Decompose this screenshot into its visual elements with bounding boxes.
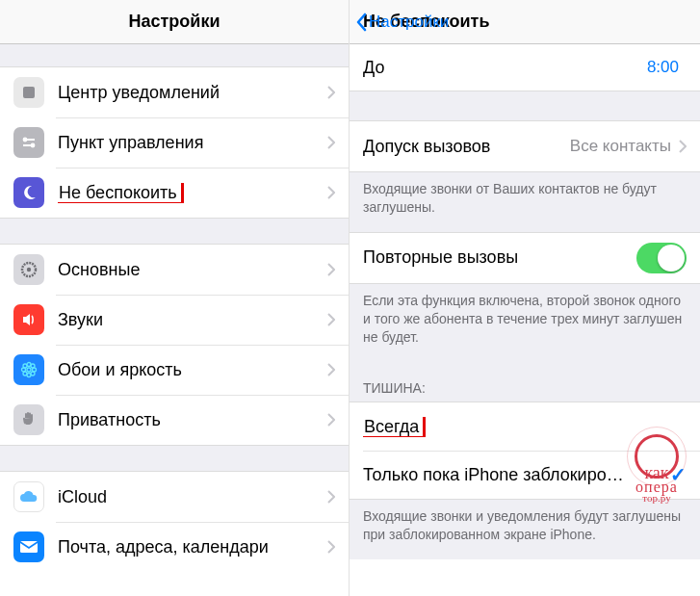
flower-icon: [13, 354, 44, 385]
svg-point-15: [31, 372, 35, 376]
svg-point-14: [23, 372, 27, 376]
control-center-icon: [13, 127, 44, 158]
silence-locked-label: Только пока iPhone заблокиро…: [363, 465, 664, 485]
chevron-right-icon: [327, 413, 335, 427]
row-privacy[interactable]: Приватность: [0, 395, 349, 445]
row-do-not-disturb[interactable]: Не беспокоить: [0, 168, 349, 218]
chevron-right-icon: [327, 540, 335, 554]
group-gap: [0, 218, 349, 245]
chevron-right-icon: [327, 263, 335, 276]
row-icloud[interactable]: iCloud: [0, 472, 349, 522]
repeat-calls-label: Повторные вызовы: [363, 247, 636, 268]
svg-point-7: [27, 368, 31, 372]
allow-calls-value: Все контакты: [570, 137, 671, 156]
silence-footer: Входящие звонки и уведомления будут загл…: [350, 499, 700, 559]
chevron-right-icon: [327, 86, 335, 99]
row-label: Приватность: [58, 410, 327, 430]
dnd-detail-panel: Настройки Не беспокоить До 8:00 Допуск в…: [350, 0, 700, 596]
row-label: iCloud: [58, 487, 327, 507]
svg-rect-0: [23, 87, 35, 98]
chevron-right-icon: [327, 490, 335, 504]
group-gap: [0, 44, 349, 67]
row-mail[interactable]: Почта, адреса, календари: [0, 522, 349, 572]
header-right: Настройки Не беспокоить: [350, 0, 700, 44]
row-label: Не беспокоить: [58, 183, 327, 203]
svg-rect-16: [20, 541, 38, 553]
chevron-right-icon: [679, 140, 687, 153]
group-gap: [350, 91, 700, 121]
svg-point-1: [23, 138, 28, 143]
row-label: Пункт управления: [58, 133, 327, 153]
row-label: Основные: [58, 260, 327, 280]
moon-icon: [13, 177, 44, 208]
row-label: Центр уведомлений: [58, 83, 327, 103]
silence-header: ТИШИНА:: [350, 361, 700, 402]
settings-main-panel: Настройки Центр уведомлений Пункт управл…: [0, 0, 350, 596]
back-label: Настройки: [369, 13, 449, 32]
speaker-icon: [13, 304, 44, 335]
row-control-center[interactable]: Пункт управления: [0, 117, 349, 168]
row-until[interactable]: До 8:00: [350, 44, 700, 91]
row-silence-locked[interactable]: Только пока iPhone заблокиро… ✓: [350, 451, 700, 499]
chevron-right-icon: [327, 363, 335, 376]
row-silence-always[interactable]: Всегда: [350, 402, 700, 451]
header-title-left: Настройки: [129, 12, 220, 32]
until-label: До: [363, 58, 647, 78]
row-sounds[interactable]: Звуки: [0, 295, 349, 345]
row-general[interactable]: Основные: [0, 245, 349, 295]
silence-always-label: Всегда: [363, 417, 687, 437]
row-repeat-calls[interactable]: Повторные вызовы: [350, 233, 700, 283]
header-left: Настройки: [0, 0, 349, 44]
allow-calls-label: Допуск вызовов: [363, 137, 570, 157]
repeat-calls-footer: Если эта функция включена, второй звонок…: [350, 283, 700, 362]
repeat-calls-toggle[interactable]: [636, 243, 687, 273]
back-button[interactable]: Настройки: [355, 13, 449, 32]
svg-point-3: [31, 143, 36, 148]
row-label: Обои и яркость: [58, 360, 327, 380]
svg-rect-2: [27, 139, 35, 141]
svg-point-13: [31, 364, 35, 368]
chevron-right-icon: [327, 136, 335, 149]
row-label: Почта, адреса, календари: [58, 537, 327, 557]
row-wallpaper[interactable]: Обои и яркость: [0, 345, 349, 395]
hand-icon: [13, 404, 44, 435]
svg-point-6: [27, 268, 31, 272]
allow-calls-footer: Входящие звонки от Ваших контактов не бу…: [350, 171, 700, 233]
svg-point-12: [23, 364, 27, 368]
checkmark-icon: ✓: [670, 463, 687, 486]
svg-rect-4: [23, 144, 31, 146]
chevron-right-icon: [327, 186, 335, 199]
mail-icon: [13, 531, 44, 562]
gear-icon: [13, 254, 44, 285]
row-allow-calls[interactable]: Допуск вызовов Все контакты: [350, 121, 700, 171]
notifications-icon: [13, 77, 44, 108]
row-label: Звуки: [58, 310, 327, 330]
until-value: 8:00: [647, 58, 679, 77]
group-gap: [0, 445, 349, 472]
row-notifications[interactable]: Центр уведомлений: [0, 67, 349, 117]
chevron-left-icon: [355, 13, 367, 32]
cloud-icon: [13, 481, 44, 512]
chevron-right-icon: [327, 313, 335, 326]
